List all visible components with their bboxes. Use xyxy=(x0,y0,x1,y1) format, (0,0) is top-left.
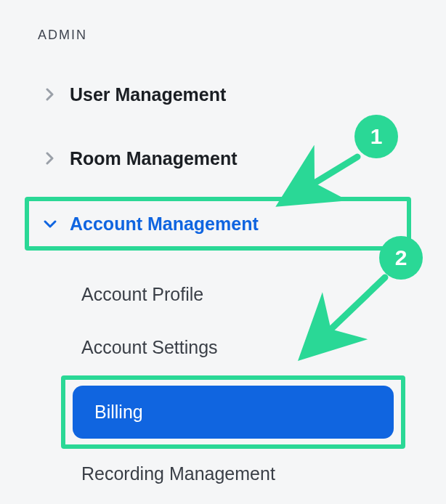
chevron-right-icon xyxy=(41,149,60,168)
annotation-badge-1: 1 xyxy=(354,115,398,158)
subnav-item-recording-management[interactable]: Recording Management xyxy=(68,459,411,500)
nav-label: Room Management xyxy=(70,148,238,169)
sidebar-container: ADMIN User Management Room Management Ac… xyxy=(0,0,446,500)
nav-label: Account Management xyxy=(70,214,259,235)
annotation-arrow-1 xyxy=(285,153,372,211)
section-header-admin: ADMIN xyxy=(35,28,411,43)
annotation-highlight-2: Billing xyxy=(61,375,405,449)
chevron-down-icon xyxy=(41,214,60,233)
chevron-right-icon xyxy=(41,85,60,104)
nav-item-user-management[interactable]: User Management xyxy=(35,73,411,115)
nav-item-account-management[interactable]: Account Management xyxy=(35,203,264,245)
nav-label: User Management xyxy=(70,84,226,105)
svg-line-1 xyxy=(317,277,385,343)
annotation-arrow-2 xyxy=(301,273,402,360)
svg-line-0 xyxy=(298,157,357,193)
subnav-item-billing[interactable]: Billing xyxy=(73,386,394,439)
